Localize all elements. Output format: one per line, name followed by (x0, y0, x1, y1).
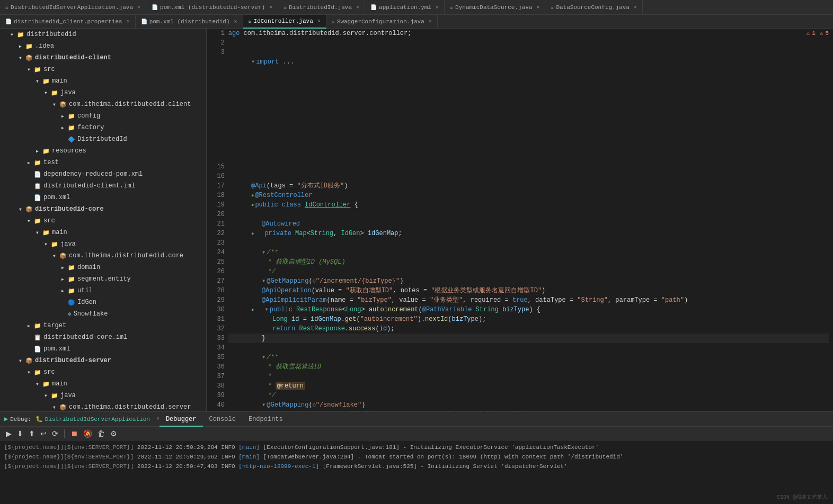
tab-close-icon[interactable]: × (269, 5, 272, 11)
debug-step-over-button[interactable]: ⬇ (15, 429, 25, 438)
sidebar-item-distributedid-client[interactable]: ▼ 📦 distributedid-client (0, 52, 206, 64)
sidebar-item-dependency-pom[interactable]: 📄 dependency-reduced-pom.xml (0, 168, 206, 180)
sidebar-item-pom-core[interactable]: 📄 pom.xml (0, 343, 206, 355)
sidebar-item-core-iml[interactable]: 📋 distributedid-core.iml (0, 331, 206, 343)
debug-mute-button[interactable]: 🔕 (82, 429, 94, 438)
sidebar-item-distributedid[interactable]: ▼ 📁 distributedid (0, 29, 206, 40)
sidebar-item-main-client[interactable]: ▼ 📁 main (0, 75, 206, 87)
tab-console[interactable]: Console (203, 412, 242, 427)
warning-icon: ⚠ (807, 30, 810, 37)
sidebar-item-resources-client[interactable]: ▶ 📁 resources (0, 145, 206, 157)
code-line-16: @Api(tags = "分布式ID服务") (211, 172, 829, 181)
tab-close-icon[interactable]: × (429, 19, 432, 25)
code-line-gap11 (211, 152, 829, 162)
tab-close-icon[interactable]: × (436, 5, 439, 11)
debug-settings-button[interactable]: ⚙ (109, 429, 119, 438)
debug-step-out-button[interactable]: ↩ (39, 429, 48, 438)
folder-icon: 📁 (42, 229, 50, 236)
java-folder-icon: 📁 (51, 241, 58, 248)
collapse-icon-39[interactable]: ▾ (262, 401, 265, 409)
code-editor[interactable]: ⚠ 1 ⚠ 5 1 2 3 15 1 (207, 29, 833, 411)
tab-client-properties[interactable]: 📄 distributedid_client.properties × (0, 15, 136, 29)
sidebar-item-package-core[interactable]: ▼ 📦 com.itheima.distributedid.core (0, 250, 206, 262)
xml-file-icon: 📄 (34, 171, 41, 178)
sidebar-item-util-core[interactable]: ▶ 📁 util (0, 285, 206, 296)
tab-pom-distributedid[interactable]: 📄 pom.xml (distributedid) × (136, 15, 243, 29)
sidebar-item-pom-client[interactable]: 📄 pom.xml (0, 192, 206, 203)
tab-close-icon[interactable]: × (234, 19, 237, 25)
tab-id-controller[interactable]: ☕ IdController.java × (243, 15, 326, 29)
collapse-icon-23[interactable]: ▾ (251, 249, 265, 256)
debug-app-name: DistributedIdServerApplication (45, 416, 150, 422)
tab-pom-server[interactable]: 📄 pom.xml (distributedid-server) × (146, 0, 278, 15)
tab-close-icon[interactable]: × (356, 5, 359, 11)
sidebar-item-distributedid-core[interactable]: ▼ 📦 distributedid-core (0, 203, 206, 215)
sidebar-item-factory-client[interactable]: ▶ 📁 factory (0, 122, 206, 133)
collapse-icon-26[interactable]: ▾ (262, 277, 265, 285)
tab-label: SwaggerConfiguration.java (337, 19, 424, 25)
debug-clear-button[interactable]: 🗑 (96, 429, 107, 438)
sidebar-item-segment-entity[interactable]: ▶ 📁 segment.entity (0, 273, 206, 285)
sidebar-item-main-server[interactable]: ▼ 📁 main (0, 378, 206, 390)
tab-close-icon[interactable]: × (317, 19, 321, 24)
sidebar-item-java-client[interactable]: ▼ 📁 java (0, 87, 206, 98)
sidebar-item-test-client[interactable]: ▶ 📁 test (0, 157, 206, 168)
sidebar-item-label: target (43, 322, 66, 329)
debug-restart-button[interactable]: ⟳ (50, 429, 60, 438)
sidebar-item-src-client[interactable]: ▼ 📁 src (0, 64, 206, 75)
debug-step-into-button[interactable]: ⬆ (27, 429, 37, 438)
sidebar-item-label: pom.xml (43, 345, 70, 353)
sidebar-item-package-client[interactable]: ▼ 📦 com.itheima.distributedid.client (0, 98, 206, 110)
sidebar-item-distributedid-server[interactable]: ▼ 📦 distributedid-server (0, 355, 206, 366)
tab-debugger[interactable]: Debugger (159, 412, 203, 427)
sidebar-item-client-iml[interactable]: 📋 distributedid-client.iml (0, 180, 206, 192)
tab-close-icon[interactable]: × (536, 5, 539, 11)
tab-dynamic-datasource[interactable]: ☕ DynamicDataSource.java × (445, 0, 545, 15)
sidebar-item-idea[interactable]: ▶ 📁 .idea (0, 40, 206, 52)
sidebar-item-java-core[interactable]: ▼ 📁 java (0, 238, 206, 250)
expand-arrow-icon: ▼ (19, 358, 25, 363)
project-sidebar[interactable]: ▼ 📁 distributedid ▶ 📁 .idea ▼ 📦 distribu… (0, 29, 207, 411)
sidebar-item-src-server[interactable]: ▼ 📁 src (0, 366, 206, 378)
tab-datasource-config[interactable]: ☕ DataSourceConfig.java × (545, 0, 643, 15)
error-count: 5 (825, 30, 829, 37)
sidebar-item-main-core[interactable]: ▼ 📁 main (0, 227, 206, 238)
pom-icon: 📄 (34, 346, 41, 353)
tab-endpoints[interactable]: Endpoints (242, 412, 289, 427)
sidebar-item-java-server[interactable]: ▼ 📁 java (0, 390, 206, 401)
tab-distributed-id[interactable]: ☕ DistributedId.java × (278, 0, 365, 15)
expand-arrow-icon: ▼ (53, 405, 59, 410)
tab-close-icon[interactable]: × (137, 5, 140, 11)
folder-icon: 📁 (68, 264, 75, 271)
collapse-icon-34[interactable]: ▾ (262, 354, 265, 361)
code-line-15 (211, 162, 829, 172)
debug-stop-button[interactable]: ⏹ (69, 429, 79, 438)
collapse-icon[interactable]: ▾ (251, 58, 255, 66)
debug-run-icon: ▶ (4, 415, 8, 423)
sidebar-item-target-core[interactable]: ▶ 📁 target (0, 320, 206, 331)
folder-icon: 📁 (34, 66, 41, 73)
sidebar-item-idgen[interactable]: 🔵 IdGen (0, 296, 206, 308)
interface-icon: 🔵 (68, 299, 75, 306)
tab-distributed-server-app[interactable]: ☕ DistributedIdServerApplication.java × (0, 0, 146, 15)
sidebar-item-label: test (43, 159, 59, 166)
expand-arrow-icon: ▶ (19, 44, 25, 49)
collapse-icon-29[interactable]: ▾ (264, 306, 268, 313)
sidebar-item-distributedid-interface[interactable]: 🔷 DistributedId (0, 133, 206, 145)
sidebar-item-config-client[interactable]: ▶ 📁 config (0, 110, 206, 122)
tab-close-icon[interactable]: × (127, 19, 130, 25)
sidebar-item-snowflake[interactable]: ❄ Snowflake (0, 308, 206, 320)
tab-swagger-config[interactable]: ☕ SwaggerConfiguration.java × (326, 15, 438, 29)
sidebar-item-domain-core[interactable]: ▶ 📁 domain (0, 262, 206, 273)
tab-application-yml[interactable]: 📄 application.yml × (365, 0, 445, 15)
tab-label: application.yml (379, 4, 431, 11)
sidebar-item-label: util (77, 287, 93, 294)
debug-resume-button[interactable]: ▶ (4, 429, 13, 438)
code-panel[interactable]: package com.itheima.distributedid.server… (207, 29, 833, 411)
console-line-1: [${project.name}][${env:SERVER_PORT}] 20… (4, 443, 829, 452)
code-line-gap10 (211, 143, 829, 152)
sidebar-item-package-server[interactable]: ▼ 📦 com.itheima.distributedid.server (0, 401, 206, 411)
tab-close-icon[interactable]: × (634, 5, 637, 11)
sidebar-item-src-core[interactable]: ▼ 📁 src (0, 215, 206, 227)
sidebar-item-label: factory (77, 124, 104, 131)
